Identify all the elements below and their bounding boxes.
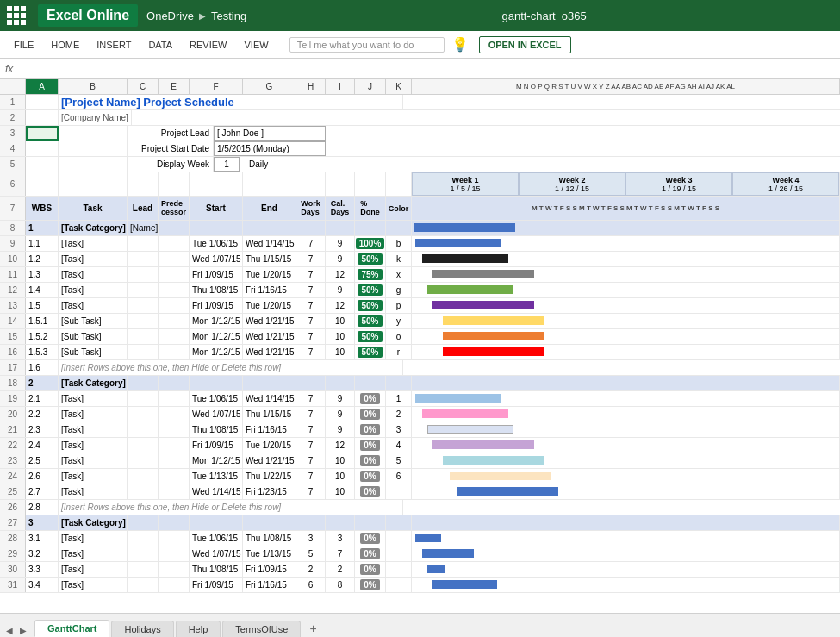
cell-8-pct[interactable] (355, 221, 386, 235)
cell-6-j[interactable] (355, 172, 386, 196)
col-header-i[interactable]: I (326, 79, 355, 94)
waffle-icon[interactable] (7, 6, 26, 25)
cell-18-wd[interactable] (296, 376, 326, 390)
col-header-b[interactable]: B (59, 79, 128, 94)
cell-8-end[interactable] (243, 221, 296, 235)
open-excel-button[interactable]: OPEN IN EXCEL (479, 36, 571, 53)
col-header-h[interactable]: H (296, 79, 326, 94)
cell-15-pred[interactable] (159, 329, 190, 344)
col-header-j[interactable]: J (355, 79, 386, 94)
cell-24-lead[interactable] (128, 469, 159, 484)
cell-18-end[interactable] (243, 376, 296, 390)
cell-12-lead[interactable] (128, 283, 159, 297)
tab-prev-arrow[interactable]: ◀ (3, 624, 16, 637)
cell-21-lead[interactable] (128, 422, 159, 437)
cell-3-a[interactable] (26, 126, 59, 141)
cell-30-lead[interactable] (128, 562, 159, 577)
cell-19-lead[interactable] (128, 391, 159, 406)
cell-19-pred[interactable] (159, 391, 190, 406)
cell-27-pct[interactable] (355, 515, 386, 530)
cell-6-h[interactable] (296, 172, 326, 196)
cell-3-value[interactable]: [ John Doe ] (214, 126, 326, 141)
cell-18-pct[interactable] (355, 376, 386, 390)
cell-8-wd[interactable] (296, 221, 326, 235)
cell-28-lead[interactable] (128, 531, 159, 546)
tell-me-input[interactable]: Tell me what you want to do (289, 37, 445, 53)
cell-4-b[interactable] (59, 141, 128, 156)
cell-20-lead[interactable] (128, 407, 159, 422)
cell-11-pred[interactable] (159, 267, 190, 282)
menu-insert[interactable]: INSERT (90, 36, 138, 53)
cell-8-pred[interactable] (159, 221, 190, 235)
cell-16-pred[interactable] (159, 345, 190, 359)
cell-27-start[interactable] (190, 515, 243, 530)
cell-28-pred[interactable] (159, 531, 190, 546)
cell-29-lead[interactable] (128, 546, 159, 561)
cell-18-pred[interactable] (159, 376, 190, 390)
cell-27-pred[interactable] (159, 515, 190, 530)
cell-27-wd[interactable] (296, 515, 326, 530)
menu-data[interactable]: DATA (141, 36, 179, 53)
menu-review[interactable]: REVIEW (183, 36, 233, 53)
cell-6-a[interactable] (26, 172, 59, 196)
cell-25-lead[interactable] (128, 484, 159, 499)
cell-31-lead[interactable] (128, 578, 159, 592)
cell-5-b[interactable] (59, 157, 128, 172)
cell-27-color[interactable] (386, 515, 412, 530)
menu-view[interactable]: VIEW (238, 36, 276, 53)
cell-10-pred[interactable] (159, 252, 190, 266)
cell-22-pred[interactable] (159, 438, 190, 453)
cell-23-lead[interactable] (128, 453, 159, 468)
cell-21-pred[interactable] (159, 422, 190, 437)
col-header-gantt[interactable]: M N O P Q R S T U V W X Y Z AA AB AC AD … (412, 79, 840, 94)
add-sheet-button[interactable]: + (302, 620, 323, 637)
cell-25-pred[interactable] (159, 484, 190, 499)
cell-4-value[interactable]: 1/5/2015 (Monday) (214, 141, 326, 156)
col-header-k[interactable]: K (386, 79, 412, 94)
cell-30-pred[interactable] (159, 562, 190, 577)
cell-18-start[interactable] (190, 376, 243, 390)
tab-holidays[interactable]: Holidays (111, 621, 173, 637)
cell-27-lead[interactable] (128, 515, 159, 530)
cell-2-a[interactable] (26, 110, 59, 125)
col-header-e[interactable]: E (159, 79, 190, 94)
cell-6-k[interactable] (386, 172, 412, 196)
cell-27-end[interactable] (243, 515, 296, 530)
cell-24-pred[interactable] (159, 469, 190, 484)
cell-4-a[interactable] (26, 141, 59, 156)
cell-6-b[interactable] (59, 172, 128, 196)
tab-help[interactable]: Help (176, 621, 221, 637)
cell-14-lead[interactable] (128, 314, 159, 328)
cell-18-color[interactable] (386, 376, 412, 390)
col-header-c[interactable]: C (128, 79, 159, 94)
col-header-f[interactable]: F (190, 79, 243, 94)
cell-5-a[interactable] (26, 157, 59, 172)
menu-file[interactable]: FILE (7, 36, 40, 53)
cell-8-cd[interactable] (326, 221, 355, 235)
breadcrumb-testing[interactable]: Testing (211, 9, 246, 22)
tab-termsofuse[interactable]: TermsOfUse (222, 621, 301, 637)
cell-5-value1[interactable]: 1 (214, 157, 240, 172)
cell-18-lead[interactable] (128, 376, 159, 390)
cell-6-c[interactable] (128, 172, 159, 196)
cell-16-lead[interactable] (128, 345, 159, 359)
cell-6-f[interactable] (190, 172, 243, 196)
cell-10-lead[interactable] (128, 252, 159, 266)
cell-20-pred[interactable] (159, 407, 190, 422)
cell-15-lead[interactable] (128, 329, 159, 344)
cell-12-pred[interactable] (159, 283, 190, 297)
menu-home[interactable]: HOME (44, 36, 86, 53)
cell-8-start[interactable] (190, 221, 243, 235)
tab-ganttchart[interactable]: GanttChart (34, 620, 109, 637)
cell-9-lead[interactable] (128, 236, 159, 251)
cell-6-i[interactable] (326, 172, 355, 196)
cell-18-cd[interactable] (326, 376, 355, 390)
cell-3-b[interactable] (59, 126, 128, 141)
cell-31-pred[interactable] (159, 578, 190, 592)
cell-22-lead[interactable] (128, 438, 159, 453)
col-header-g[interactable]: G (243, 79, 296, 94)
cell-13-pred[interactable] (159, 298, 190, 313)
cell-6-e[interactable] (159, 172, 190, 196)
cell-1-a[interactable] (26, 95, 59, 109)
cell-23-pred[interactable] (159, 453, 190, 468)
